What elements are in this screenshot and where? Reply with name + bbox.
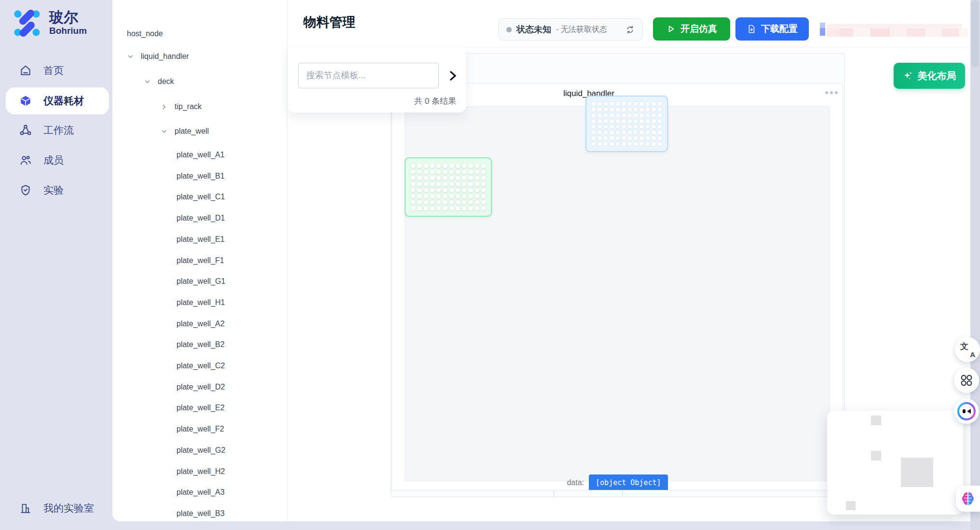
well	[468, 169, 473, 175]
well	[417, 163, 422, 168]
tree-node-plate_well_E2[interactable]: plate_well_E2	[177, 401, 225, 415]
chevron-right-icon[interactable]	[161, 103, 168, 111]
beautify-layout-button[interactable]: 美化布局	[894, 63, 965, 89]
status-badge[interactable]: 状态未知 - 无法获取状态	[498, 18, 643, 41]
tree-node-plate_well_A1[interactable]: plate_well_A1	[177, 148, 225, 162]
page-scrollbar-thumb[interactable]	[971, 0, 979, 68]
well	[481, 206, 486, 211]
well	[468, 188, 473, 193]
sidebar-item-members[interactable]: 成员	[6, 147, 109, 174]
tree-node-plate_well_A3[interactable]: plate_well_A3	[177, 486, 225, 499]
well	[597, 101, 602, 106]
translate-button[interactable]: 文A	[955, 337, 980, 362]
well	[621, 107, 626, 112]
node-menu-dots-icon[interactable]	[825, 91, 838, 94]
tree-node-plate_well_D1[interactable]: plate_well_D1	[177, 211, 225, 225]
refresh-icon[interactable]	[626, 25, 635, 34]
well	[442, 194, 448, 199]
chevron-down-icon[interactable]	[144, 78, 151, 85]
well	[621, 113, 626, 118]
well	[651, 101, 656, 106]
tree-node-deck[interactable]: deck	[158, 75, 174, 88]
well	[627, 130, 632, 135]
well	[633, 130, 638, 135]
tree-node-plate_well_F1[interactable]: plate_well_F1	[177, 254, 224, 267]
tree-node-plate_well[interactable]: plate_well	[175, 125, 209, 138]
apps-button[interactable]	[954, 368, 979, 393]
tree-node-plate_well_C2[interactable]: plate_well_C2	[177, 359, 225, 373]
tree-node-plate_well_D2[interactable]: plate_well_D2	[177, 380, 225, 394]
well	[657, 130, 662, 135]
well	[417, 175, 422, 181]
well	[417, 194, 422, 199]
tree-node-plate_well_C1[interactable]: plate_well_C1	[177, 190, 225, 204]
well	[645, 101, 650, 106]
cube-icon	[19, 95, 32, 107]
ai-assistant-button[interactable]	[954, 399, 979, 424]
chevron-right-icon[interactable]	[447, 70, 459, 82]
tree-node-plate_well_H2[interactable]: plate_well_H2	[177, 465, 225, 478]
well	[455, 188, 461, 193]
sidebar-item-workflow[interactable]: 工作流	[6, 117, 109, 144]
redacted-text-blur	[827, 28, 967, 37]
tree-node-plate_well_H1[interactable]: plate_well_H1	[177, 296, 225, 309]
tree-node-plate_well_A2[interactable]: plate_well_A2	[177, 317, 225, 331]
well	[410, 194, 416, 199]
tree-node-plate_well_E1[interactable]: plate_well_E1	[177, 233, 225, 246]
well	[475, 200, 480, 205]
well	[657, 125, 662, 129]
tip-rack-plate[interactable]	[585, 96, 668, 152]
well	[621, 141, 626, 146]
well	[436, 169, 441, 175]
well	[410, 181, 416, 187]
chevron-down-icon[interactable]	[127, 53, 134, 60]
tree-node-plate_well_B1[interactable]: plate_well_B1	[177, 169, 225, 183]
well	[591, 141, 596, 146]
well	[645, 141, 650, 146]
sidebar-item-instruments[interactable]: 仪器耗材	[6, 87, 109, 114]
well	[430, 175, 435, 181]
tree-node-plate_well_B2[interactable]: plate_well_B2	[177, 338, 225, 351]
sidebar-item-my-lab[interactable]: 我的实验室	[6, 495, 109, 522]
tree-node-plate_well_G2[interactable]: plate_well_G2	[177, 444, 225, 457]
well	[417, 188, 422, 193]
well	[627, 141, 632, 146]
tree-node-plate_well_F2[interactable]: plate_well_F2	[177, 422, 224, 436]
well	[481, 169, 486, 175]
start-simulation-button[interactable]: 开启仿真	[653, 17, 730, 41]
well	[603, 113, 608, 118]
well	[657, 119, 662, 124]
well	[603, 107, 608, 112]
tree-node-liquid_handler[interactable]: liquid_handler	[141, 50, 189, 63]
download-config-button[interactable]: 下载配置	[735, 17, 809, 41]
well	[430, 163, 435, 168]
liquid-handler-node[interactable]: liquid_handler data: [object Object]	[392, 83, 843, 490]
brand-name-en: Bohrium	[49, 25, 87, 37]
well	[609, 130, 614, 135]
sidebar-item-home[interactable]: 首页	[6, 57, 109, 84]
brand-text: 玻尔 Bohrium	[49, 10, 87, 37]
tree-node-tip_rack[interactable]: tip_rack	[175, 100, 202, 113]
ai-brain-button[interactable]	[956, 486, 980, 512]
search-input[interactable]	[298, 63, 439, 88]
well	[462, 188, 467, 193]
well	[436, 175, 441, 181]
well	[410, 188, 416, 193]
tree-node-plate_well_B3[interactable]: plate_well_B3	[177, 507, 225, 520]
well	[455, 181, 461, 187]
well	[615, 130, 620, 135]
sidebar-item-experiment[interactable]: 实验	[6, 177, 109, 204]
well	[462, 200, 467, 205]
well	[481, 175, 486, 181]
canvas-minimap[interactable]	[827, 411, 963, 515]
brand-logo[interactable]: 玻尔 Bohrium	[12, 8, 87, 39]
tree-node-host_node[interactable]: host_node	[127, 27, 163, 41]
well	[645, 119, 650, 124]
chevron-down-icon[interactable]	[161, 128, 168, 135]
tree-node-plate_well_G1[interactable]: plate_well_G1	[177, 275, 225, 288]
page-scrollbar[interactable]	[970, 0, 980, 530]
well	[417, 206, 422, 211]
plate-well-plate[interactable]	[405, 157, 492, 217]
brand-name-cn: 玻尔	[49, 10, 87, 25]
well	[591, 119, 596, 124]
